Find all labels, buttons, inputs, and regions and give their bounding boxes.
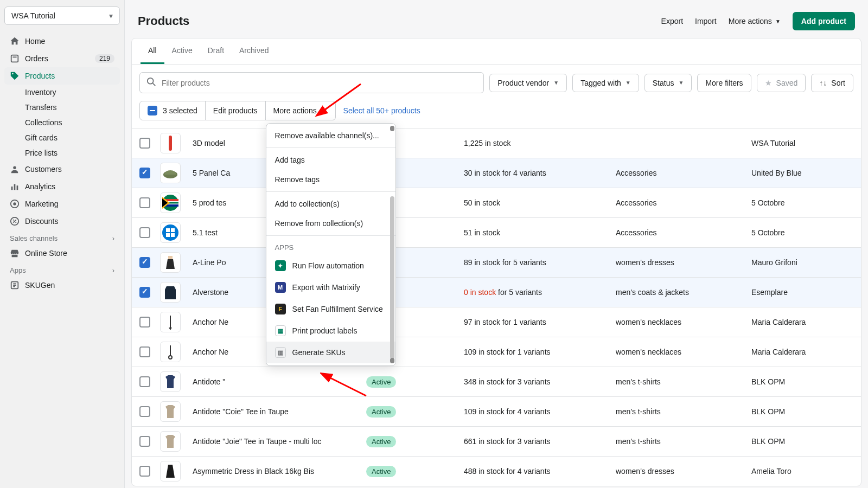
nav-inventory[interactable]: Inventory bbox=[4, 85, 120, 100]
table-row[interactable]: 5 prod tesDraft50 in stockAccessories5 O… bbox=[132, 188, 861, 217]
row-checkbox[interactable] bbox=[139, 376, 150, 387]
header-more-actions-button[interactable]: More actions ▼ bbox=[729, 17, 781, 25]
table-row[interactable]: Anchor NeActive109 in stock for 1 varian… bbox=[132, 337, 861, 367]
nav-marketing[interactable]: Marketing bbox=[4, 195, 120, 213]
edit-products-button[interactable]: Edit products bbox=[206, 101, 266, 120]
tab-archived[interactable]: Archived bbox=[232, 38, 276, 64]
saved-button[interactable]: ★Saved bbox=[757, 74, 806, 92]
table-row[interactable]: 5 Panel CaActive30 in stock for 4 varian… bbox=[132, 158, 861, 188]
nav-skugen[interactable]: SKUGen bbox=[4, 277, 120, 294]
store-selector[interactable]: WSA Tutorial ▾ bbox=[4, 7, 120, 25]
product-vendor: 5 Octobre bbox=[751, 198, 853, 207]
dd-remove-collections[interactable]: Remove from collection(s) bbox=[266, 214, 395, 233]
nav-products[interactable]: Products bbox=[4, 67, 120, 85]
fan-icon: F bbox=[275, 304, 286, 314]
search-input[interactable] bbox=[139, 72, 484, 93]
tab-all[interactable]: All bbox=[141, 38, 164, 64]
product-type: women's necklaces bbox=[616, 318, 746, 326]
table-row[interactable]: Anchor NeActive97 in stock for 1 variant… bbox=[132, 307, 861, 337]
row-checkbox[interactable] bbox=[139, 466, 150, 477]
filter-vendor[interactable]: Product vendor▼ bbox=[489, 74, 567, 92]
more-filters-button[interactable]: More filters bbox=[697, 74, 751, 92]
nav-analytics[interactable]: Analytics bbox=[4, 178, 120, 195]
product-type: women's dresses bbox=[616, 258, 746, 267]
filter-status[interactable]: Status▼ bbox=[644, 74, 692, 92]
row-checkbox[interactable] bbox=[139, 317, 150, 328]
row-checkbox[interactable] bbox=[139, 168, 150, 178]
dd-print-labels[interactable]: ▦ Print product labels bbox=[266, 320, 395, 342]
dd-fan-fulfillment[interactable]: F Set Fan Fulfillment Service bbox=[266, 298, 395, 320]
tab-draft[interactable]: Draft bbox=[200, 38, 232, 64]
chevron-right-icon[interactable]: › bbox=[112, 266, 114, 274]
product-status: Active bbox=[366, 406, 458, 418]
table-row[interactable]: 3D modelActive1,225 in stockWSA Tutorial bbox=[132, 128, 861, 158]
product-inventory: 0 in stock for 5 variants bbox=[464, 288, 610, 297]
nav-collections[interactable]: Collections bbox=[4, 115, 120, 130]
product-name[interactable]: Asymmetric Dress in Black 16kg Bis bbox=[193, 467, 361, 476]
dd-remove-channels[interactable]: Remove available channel(s)... bbox=[266, 126, 395, 145]
section-apps: Apps › bbox=[4, 262, 120, 277]
products-icon bbox=[10, 71, 20, 81]
tab-active[interactable]: Active bbox=[164, 38, 200, 64]
dd-remove-tags[interactable]: Remove tags bbox=[266, 170, 395, 189]
product-inventory: 661 in stock for 3 variants bbox=[464, 437, 610, 446]
table-row[interactable]: AlverstoneActive0 in stock for 5 variant… bbox=[132, 277, 861, 307]
dd-add-tags[interactable]: Add tags bbox=[266, 150, 395, 170]
selection-count: 3 selected bbox=[163, 106, 197, 115]
table-row[interactable]: Asymmetric Dress in Black 16kg BisActive… bbox=[132, 456, 861, 486]
row-checkbox[interactable] bbox=[139, 227, 150, 238]
row-checkbox[interactable] bbox=[139, 287, 150, 298]
nav-discounts[interactable]: Discounts bbox=[4, 213, 120, 230]
product-name[interactable]: Antidote "Joie" Tee in Taupe - multi loc bbox=[193, 437, 361, 446]
search-field[interactable] bbox=[162, 79, 477, 87]
row-checkbox[interactable] bbox=[139, 197, 150, 208]
select-all-checkbox-mixed[interactable] bbox=[148, 106, 157, 115]
product-inventory: 30 in stock for 4 variants bbox=[464, 169, 610, 177]
product-type: women's dresses bbox=[616, 467, 746, 476]
dd-matrixify[interactable]: M Export with Matrixify bbox=[266, 277, 395, 298]
row-checkbox[interactable] bbox=[139, 257, 150, 268]
nav-online-store[interactable]: Online Store bbox=[4, 245, 120, 262]
dd-generate-skus[interactable]: ▥ Generate SKUs bbox=[266, 342, 395, 363]
orders-icon bbox=[10, 54, 20, 63]
sort-button[interactable]: ↑↓Sort bbox=[811, 74, 853, 92]
table-row[interactable]: A-Line PoActive89 in stock for 5 variant… bbox=[132, 247, 861, 277]
caret-down-icon: ▼ bbox=[553, 80, 559, 86]
dd-run-flow[interactable]: ✦ Run Flow automation bbox=[266, 255, 395, 277]
product-inventory: 109 in stock for 1 variants bbox=[464, 348, 610, 356]
nav-customers[interactable]: Customers bbox=[4, 160, 120, 178]
selection-count-cell[interactable]: 3 selected bbox=[140, 101, 206, 120]
flow-icon: ✦ bbox=[275, 260, 286, 271]
row-checkbox[interactable] bbox=[139, 138, 150, 149]
nav-transfers[interactable]: Transfers bbox=[4, 100, 120, 115]
product-inventory: 97 in stock for 1 variants bbox=[464, 318, 610, 326]
product-vendor: United By Blue bbox=[751, 169, 853, 177]
product-name[interactable]: Antidote "Coie" Tee in Taupe bbox=[193, 407, 361, 416]
import-button[interactable]: Import bbox=[695, 17, 717, 25]
product-thumbnail bbox=[160, 163, 181, 183]
export-button[interactable]: Export bbox=[661, 17, 683, 25]
nav-orders[interactable]: Orders 219 bbox=[4, 50, 120, 67]
svg-point-22 bbox=[169, 356, 172, 359]
more-actions-dropdown: Remove available channel(s)... Add tags … bbox=[266, 123, 396, 366]
dd-add-collections[interactable]: Add to collection(s) bbox=[266, 194, 395, 214]
product-vendor: WSA Tutorial bbox=[751, 139, 853, 147]
nav-home[interactable]: Home bbox=[4, 33, 120, 50]
nav-gift-cards[interactable]: Gift cards bbox=[4, 130, 120, 145]
row-checkbox[interactable] bbox=[139, 346, 150, 357]
table-row[interactable]: Antidote "Coie" Tee in TaupeActive109 in… bbox=[132, 396, 861, 426]
table-row[interactable]: 5.1 testDraft51 in stockAccessories5 Oct… bbox=[132, 217, 861, 247]
filter-tagged[interactable]: Tagged with▼ bbox=[572, 74, 639, 92]
product-name[interactable]: Antidote " bbox=[193, 377, 361, 386]
row-checkbox[interactable] bbox=[139, 406, 150, 417]
row-checkbox[interactable] bbox=[139, 436, 150, 447]
add-product-button[interactable]: Add product bbox=[793, 12, 855, 30]
chevron-right-icon[interactable]: › bbox=[112, 234, 114, 242]
bulk-more-actions-button[interactable]: More actions ▼ Remove available channel(… bbox=[266, 101, 335, 120]
table-row[interactable]: Antidote "Active348 in stock for 3 varia… bbox=[132, 367, 861, 396]
select-all-link[interactable]: Select all 50+ products bbox=[343, 106, 420, 115]
table-row[interactable]: Antidote "Joie" Tee in Taupe - multi loc… bbox=[132, 426, 861, 456]
product-thumbnail bbox=[160, 312, 181, 332]
nav-price-lists[interactable]: Price lists bbox=[4, 145, 120, 160]
dropdown-scrollbar[interactable] bbox=[389, 126, 394, 363]
